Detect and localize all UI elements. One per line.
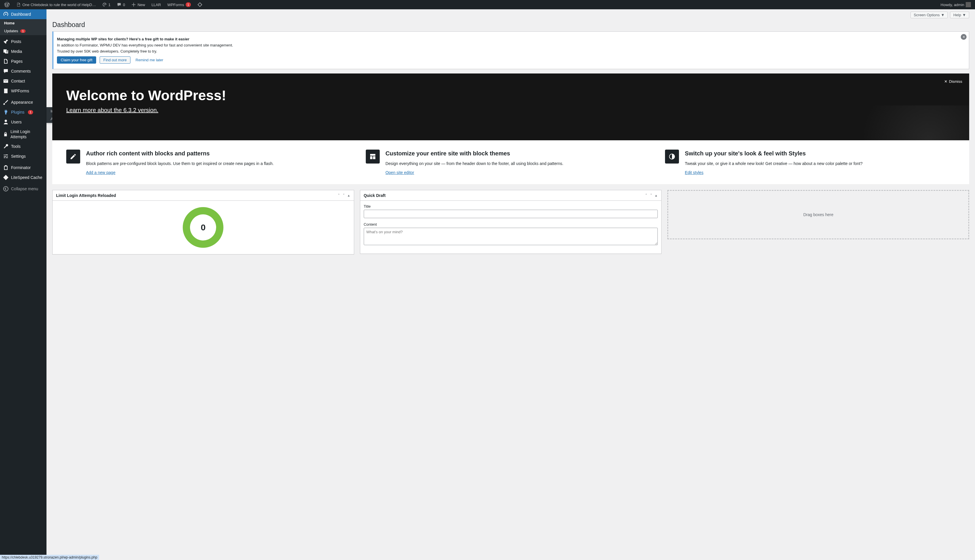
plugins-badge: 1 [28, 110, 33, 115]
menu-users[interactable]: Users [0, 117, 47, 127]
col1-title: Author rich content with blocks and patt… [86, 150, 274, 157]
draft-title-input[interactable] [364, 210, 658, 218]
help-button[interactable]: Help ▼ [950, 12, 969, 18]
updates-badge: 1 [20, 29, 25, 33]
lock-icon [3, 131, 8, 137]
menu-media[interactable]: Media [0, 47, 47, 57]
wpforms-link[interactable]: WPForms1 [166, 0, 193, 9]
col2-text: Design everything on your site — from th… [385, 161, 563, 167]
wp-logo[interactable] [2, 0, 12, 9]
comments-icon [3, 68, 9, 74]
notice-heading: Managing multiple WP sites for clients? … [57, 37, 189, 41]
pages-icon [3, 58, 9, 64]
toggle-icon[interactable]: ▴ [347, 193, 350, 198]
col1-text: Block patterns are pre-configured block … [86, 161, 274, 167]
notice-dismiss[interactable]: ✕ [961, 34, 967, 40]
submenu-home[interactable]: Home [0, 19, 47, 27]
page-title: Dashboard [47, 18, 975, 30]
title-label: Title [364, 204, 658, 208]
toggle-icon[interactable]: ▴ [655, 193, 658, 198]
brush-icon [3, 99, 9, 105]
menu-wpforms[interactable]: WPForms [0, 86, 47, 96]
llar-widget: Limit Login Attempts Reloaded ˄ ˅ ▴ 0 [52, 190, 354, 255]
welcome-title: Welcome to WordPress! [66, 87, 955, 103]
user-icon [3, 119, 9, 125]
avatar [966, 2, 971, 7]
menu-pages[interactable]: Pages [0, 57, 47, 66]
comments-icon[interactable]: 0 [115, 0, 127, 9]
claim-gift-button[interactable]: Claim your free gift [57, 57, 96, 63]
menu-comments[interactable]: Comments [0, 66, 47, 76]
clipboard-icon [3, 165, 9, 170]
screen-options-button[interactable]: Screen Options ▼ [910, 12, 948, 18]
chevron-up-icon[interactable]: ˄ [645, 193, 648, 198]
notice-line2: Trusted by over 50K web developers. Comp… [57, 49, 965, 53]
updates-icon[interactable]: 1 [100, 0, 112, 9]
edit-styles-link[interactable]: Edit styles [685, 170, 703, 175]
menu-dashboard[interactable]: Dashboard [0, 9, 47, 19]
form-icon [3, 88, 9, 94]
menu-limit-login[interactable]: Limit Login Attempts [0, 127, 47, 142]
chevron-down-icon[interactable]: ˅ [650, 193, 653, 198]
sliders-icon [3, 153, 9, 159]
mail-icon [3, 78, 9, 84]
menu-appearance[interactable]: Appearance [0, 97, 47, 107]
menu-contact[interactable]: Contact [0, 76, 47, 86]
litespeed-icon[interactable] [195, 0, 204, 9]
howdy-user[interactable]: Howdy, admin [939, 0, 973, 9]
remind-later-button[interactable]: Remind me later [136, 58, 163, 62]
site-name[interactable]: One Chlebdesk to rule the world of HelpD… [15, 0, 98, 9]
diamond-icon [3, 175, 9, 180]
col3-title: Switch up your site's look & feel with S… [685, 150, 863, 157]
chevron-up-icon[interactable]: ˄ [337, 193, 340, 198]
llar-link[interactable]: LLAR [150, 0, 163, 9]
col3-text: Tweak your site, or give it a whole new … [685, 161, 863, 167]
menu-settings[interactable]: Settings [0, 151, 47, 161]
menu-posts[interactable]: Posts [0, 37, 47, 47]
styles-icon [665, 150, 679, 163]
donut-value: 0 [201, 222, 206, 232]
submenu-updates[interactable]: Updates 1 [0, 27, 47, 35]
quick-draft-title: Quick Draft [364, 193, 385, 198]
new-content[interactable]: New [130, 0, 147, 9]
pin-icon [3, 38, 9, 45]
media-icon [3, 48, 9, 54]
quick-draft-widget: Quick Draft ˄ ˅ ▴ Title Content [360, 190, 662, 254]
chevron-down-icon[interactable]: ˅ [342, 193, 345, 198]
collapse-menu[interactable]: Collapse menu [0, 184, 47, 194]
draft-content-input[interactable] [364, 228, 658, 245]
edit-icon [66, 150, 80, 163]
content-label: Content [364, 222, 658, 227]
menu-tools[interactable]: Tools [0, 142, 47, 151]
menu-forminator[interactable]: Forminator [0, 163, 47, 173]
welcome-panel: ✕ Dismiss Welcome to WordPress! Learn mo… [52, 73, 969, 184]
plug-icon [3, 109, 9, 115]
dashboard-icon [3, 11, 9, 17]
menu-litespeed[interactable]: LiteSpeed Cache [0, 173, 47, 182]
empty-drop-zone[interactable]: Drag boxes here [667, 190, 969, 239]
llar-widget-title: Limit Login Attempts Reloaded [56, 193, 116, 198]
collapse-icon [3, 186, 9, 192]
col2-title: Customize your entire site with block th… [385, 150, 563, 157]
find-out-more-button[interactable]: Find out more [100, 57, 130, 63]
donut-chart: 0 [183, 207, 223, 248]
wpforms-badge: 1 [186, 2, 191, 7]
svg-point-0 [3, 187, 8, 191]
welcome-version-link[interactable]: Learn more about the 6.3.2 version. [66, 107, 158, 113]
layout-icon [366, 150, 380, 163]
site-editor-link[interactable]: Open site editor [385, 170, 414, 175]
notice-line1: In addition to Forminator, WPMU DEV has … [57, 43, 965, 47]
menu-plugins[interactable]: Plugins 1 [0, 107, 47, 117]
add-page-link[interactable]: Add a new page [86, 170, 115, 175]
wpmu-notice: Managing multiple WP sites for clients? … [52, 32, 969, 69]
wrench-icon [3, 143, 9, 149]
